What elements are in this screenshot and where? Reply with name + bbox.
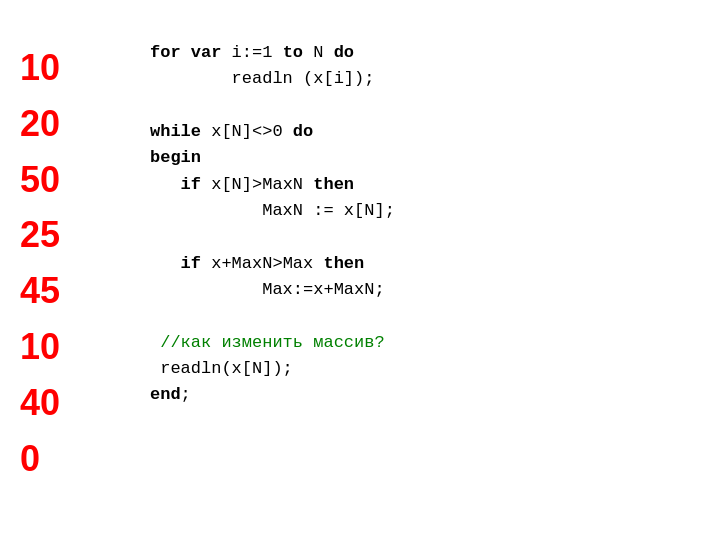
code-line-5: begin [150, 145, 720, 171]
blank-2 [150, 224, 720, 250]
code-line-12: //как изменить массив? [150, 330, 720, 356]
line-numbers-column: 10 20 50 25 45 10 40 0 [0, 0, 140, 540]
blank-3 [150, 303, 720, 329]
code-block: for var i:=1 to N do readln (x[i]); whil… [140, 0, 720, 540]
line-num-3: 50 [20, 152, 140, 208]
blank-1 [150, 93, 720, 119]
code-line-4: while x[N]<>0 do [150, 119, 720, 145]
code-line-9: if x+MaxN>Max then [150, 251, 720, 277]
line-num-6: 10 [20, 319, 140, 375]
code-line-1: for var i:=1 to N do [150, 40, 720, 66]
line-num-2: 20 [20, 96, 140, 152]
code-line-14: end; [150, 382, 720, 408]
line-num-5: 45 [20, 263, 140, 319]
line-num-1: 10 [20, 40, 140, 96]
code-line-10: Max:=x+MaxN; [150, 277, 720, 303]
code-line-6: if x[N]>MaxN then [150, 172, 720, 198]
line-num-7: 40 [20, 375, 140, 431]
line-num-8: 0 [20, 431, 140, 487]
code-line-2: readln (x[i]); [150, 66, 720, 92]
line-num-4: 25 [20, 207, 140, 263]
code-line-13: readln(x[N]); [150, 356, 720, 382]
code-line-7: MaxN := x[N]; [150, 198, 720, 224]
